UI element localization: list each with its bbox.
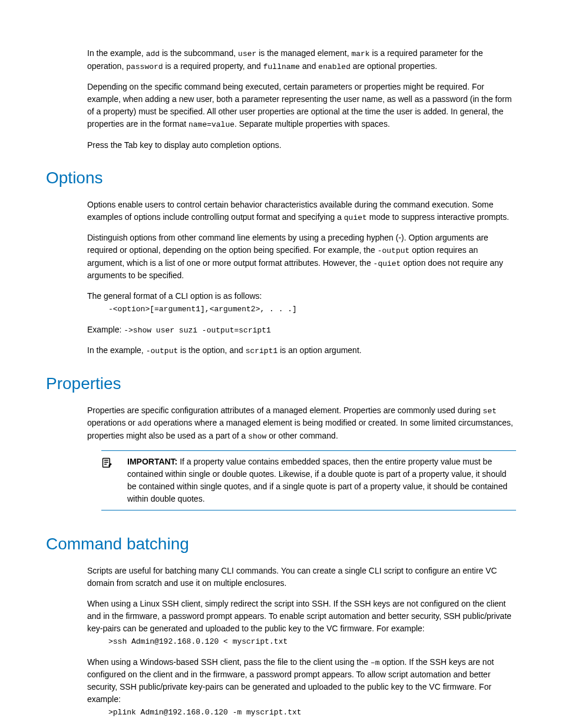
text: In the example, xyxy=(87,345,146,355)
options-paragraph-5: In the example, -output is the option, a… xyxy=(87,344,516,357)
callout-text: If a property value contains embedded sp… xyxy=(127,457,507,503)
code-user: user xyxy=(238,50,256,58)
batching-code-plink: >plink Admin@192.168.0.120 -m myscript.t… xyxy=(108,707,516,719)
text: is the subcommand, xyxy=(160,48,238,58)
properties-paragraph-1: Properties are specific configuration at… xyxy=(87,404,516,443)
important-callout: IMPORTANT: If a property value contains … xyxy=(101,450,516,510)
text: and xyxy=(300,61,318,71)
batching-paragraph-2: When using a Linux SSH client, simply re… xyxy=(87,598,516,635)
intro-paragraph-2: Depending on the specific command being … xyxy=(87,81,516,131)
heading-options: Options xyxy=(46,166,516,190)
heading-properties: Properties xyxy=(46,371,516,396)
text: is an option argument. xyxy=(277,345,361,355)
code-mark: mark xyxy=(351,50,369,58)
options-paragraph-2: Distinguish options from other command l… xyxy=(87,232,516,282)
text: operations or xyxy=(87,418,138,427)
text: or other command. xyxy=(266,431,338,440)
options-paragraph-1: Options enable users to control certain … xyxy=(87,199,516,224)
options-paragraph-3: The general format of a CLI option is as… xyxy=(87,290,516,302)
text: When using a Windows-based SSH client, p… xyxy=(87,657,371,667)
svg-rect-0 xyxy=(103,459,110,467)
options-code-format: -<option>[=argument1],<argument2>, . . .… xyxy=(108,304,516,315)
text: Properties are specific configuration at… xyxy=(87,406,483,415)
text: is the option, and xyxy=(178,345,245,355)
code-output: -output xyxy=(146,347,178,355)
code-set: set xyxy=(483,407,497,416)
code-quiet: quiet xyxy=(344,213,367,222)
callout-body: IMPORTANT: If a property value contains … xyxy=(127,456,516,505)
text: Example: xyxy=(87,325,124,334)
text: is the managed element, xyxy=(256,48,351,58)
batching-paragraph-3: When using a Windows-based SSH client, p… xyxy=(87,656,516,706)
page-content: In the example, add is the subcommand, u… xyxy=(87,47,516,719)
code-add: add xyxy=(138,419,151,428)
heading-command-batching: Command batching xyxy=(46,532,516,556)
important-label: IMPORTANT: xyxy=(127,457,177,466)
code-quiet: -quiet xyxy=(373,259,401,268)
code-m-option: –m xyxy=(371,658,380,667)
code-add: add xyxy=(146,50,160,58)
code-example: ->show user suzi -output=script1 xyxy=(124,326,271,335)
code-fullname: fullname xyxy=(263,62,300,71)
code-name-value: name=value xyxy=(189,120,234,129)
code-output: -output xyxy=(378,246,410,255)
code-script1: script1 xyxy=(246,347,278,355)
text: In the example, xyxy=(87,48,146,58)
text: . Separate multiple properties with spac… xyxy=(234,119,390,129)
text: are optional properties. xyxy=(351,61,437,71)
intro-paragraph-3: Press the Tab key to display auto comple… xyxy=(87,139,516,151)
text: mode to suppress interactive prompts. xyxy=(367,212,509,222)
code-enabled: enabled xyxy=(318,62,351,71)
text: is a required property, and xyxy=(163,61,263,71)
code-password: password xyxy=(126,62,163,71)
options-example: Example: ->show user suzi -output=script… xyxy=(87,324,516,337)
code-show: show xyxy=(248,432,266,441)
batching-paragraph-1: Scripts are useful for batching many CLI… xyxy=(87,565,516,589)
intro-paragraph-1: In the example, add is the subcommand, u… xyxy=(87,47,516,73)
batching-code-ssh: >ssh Admin@192.168.0.120 < myscript.txt xyxy=(108,636,516,648)
note-pencil-icon xyxy=(101,456,127,505)
